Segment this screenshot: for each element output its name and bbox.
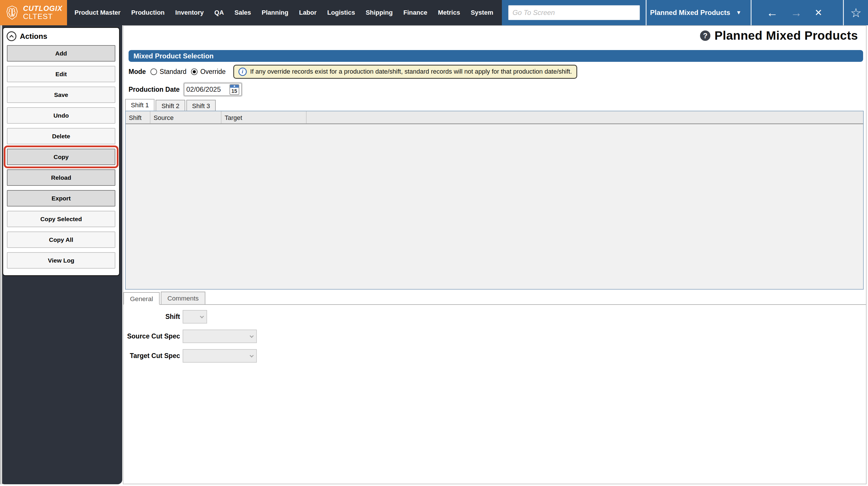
detail-form: Shift Source Cut Spec Target Cut Spec <box>123 310 257 369</box>
production-date-label: Production Date <box>129 86 180 93</box>
add-button[interactable]: Add <box>7 45 115 62</box>
screen-selector-label: Planned Mixed Products <box>650 9 730 17</box>
nav-item-qa[interactable]: QA <box>214 9 224 17</box>
tab-general[interactable]: General <box>123 292 160 305</box>
save-button[interactable]: Save <box>7 87 115 103</box>
column-header-filler <box>307 111 863 123</box>
view-log-button[interactable]: View Log <box>7 252 115 269</box>
actions-button-list: AddEditSaveUndoDeleteCopyReloadExportCop… <box>3 45 119 269</box>
mixed-product-grid: ShiftSourceTarget <box>125 111 864 290</box>
mode-radio-override[interactable]: Override <box>191 68 225 75</box>
tab-shift-2[interactable]: Shift 2 <box>156 100 185 111</box>
radio-icon <box>150 68 157 75</box>
nav-item-shipping[interactable]: Shipping <box>366 9 393 17</box>
detail-tab-bar: GeneralComments <box>123 292 866 305</box>
override-info-text: If any override records exist for a prod… <box>250 68 572 75</box>
nav-item-metrics[interactable]: Metrics <box>438 9 460 17</box>
nav-item-system[interactable]: System <box>471 9 493 17</box>
nav-item-production[interactable]: Production <box>131 9 164 17</box>
brand-logo: CUTLOGIX CLTEST <box>0 0 67 25</box>
column-header-target[interactable]: Target <box>221 111 307 123</box>
back-arrow-icon[interactable]: ← <box>767 6 778 19</box>
source-cut-spec-dropdown[interactable] <box>183 330 257 343</box>
shift-field-label: Shift <box>123 313 180 321</box>
shift-tab-bar: Shift 1Shift 2Shift 3 <box>125 99 216 111</box>
calendar-day: 15 <box>230 88 239 94</box>
nav-item-inventory[interactable]: Inventory <box>175 9 204 17</box>
production-date-row: Production Date 02/06/2025 15 <box>129 83 242 96</box>
shift-field-row: Shift <box>123 310 257 324</box>
grid-body[interactable] <box>126 124 863 289</box>
nav-item-sales[interactable]: Sales <box>235 9 251 17</box>
nav-item-labor[interactable]: Labor <box>299 9 317 17</box>
reload-button[interactable]: Reload <box>7 170 115 186</box>
top-bar: CUTLOGIX CLTEST Product MasterProduction… <box>0 0 868 25</box>
mode-label: Mode <box>129 68 146 75</box>
copy-selected-button[interactable]: Copy Selected <box>7 211 115 227</box>
copy-button[interactable]: Copy <box>7 149 115 165</box>
chevron-down-icon <box>250 334 254 338</box>
source-cut-spec-row: Source Cut Spec <box>123 330 257 343</box>
section-header: Mixed Product Selection <box>129 50 863 62</box>
main-content: ? Planned Mixed Products Mixed Product S… <box>123 25 867 484</box>
brand-name: CUTLOGIX <box>23 5 62 12</box>
source-cut-spec-label: Source Cut Spec <box>123 332 180 340</box>
override-info-box: i If any override records exist for a pr… <box>233 65 577 79</box>
actions-panel-header: Actions <box>3 28 119 45</box>
radio-icon <box>191 68 197 75</box>
sidebar: Actions AddEditSaveUndoDeleteCopyReloadE… <box>0 25 122 484</box>
chevron-down-icon <box>200 314 204 318</box>
favorite-star-icon[interactable]: ☆ <box>850 5 861 20</box>
cutlogix-brain-icon <box>5 5 20 20</box>
page-title: Planned Mixed Products <box>714 29 858 42</box>
target-cut-spec-dropdown[interactable] <box>183 349 257 363</box>
radio-label: Override <box>200 68 225 75</box>
mode-radio-standard[interactable]: Standard <box>150 68 186 75</box>
top-bar-right: Planned Mixed Products ▼ ← → ✕ ☆ <box>502 0 868 25</box>
help-icon[interactable]: ? <box>700 30 710 41</box>
go-to-screen-input[interactable] <box>508 5 640 20</box>
edit-button[interactable]: Edit <box>7 66 115 82</box>
brand-environment: CLTEST <box>23 13 62 21</box>
target-cut-spec-row: Target Cut Spec <box>123 349 257 363</box>
copy-all-button[interactable]: Copy All <box>7 232 115 248</box>
collapse-chevron-icon[interactable] <box>7 31 17 41</box>
sidebar-resize-strip[interactable] <box>0 25 2 484</box>
actions-panel-title: Actions <box>20 32 47 41</box>
mode-row: Mode Standard Override i If any override… <box>129 64 577 79</box>
column-header-shift[interactable]: Shift <box>126 111 150 123</box>
nav-item-finance[interactable]: Finance <box>403 9 427 17</box>
favorite-zone: ☆ <box>844 5 868 20</box>
target-cut-spec-label: Target Cut Spec <box>123 352 180 360</box>
tab-shift-1[interactable]: Shift 1 <box>125 99 154 111</box>
nav-item-product-master[interactable]: Product Master <box>74 9 121 17</box>
radio-label: Standard <box>160 68 186 75</box>
production-date-field[interactable]: 02/06/2025 15 <box>184 83 242 96</box>
nav-item-planning[interactable]: Planning <box>262 9 288 17</box>
close-icon[interactable]: ✕ <box>814 7 822 18</box>
history-nav: ← → ✕ <box>751 6 837 19</box>
delete-button[interactable]: Delete <box>7 128 115 144</box>
info-icon: i <box>239 68 247 76</box>
screen-selector-dropdown[interactable]: Planned Mixed Products ▼ <box>647 9 745 17</box>
chevron-down-icon <box>250 353 254 357</box>
shift-dropdown[interactable] <box>183 310 207 324</box>
tab-shift-3[interactable]: Shift 3 <box>186 100 216 111</box>
forward-arrow-icon[interactable]: → <box>790 6 802 19</box>
nav-menu: Product MasterProductionInventoryQASales… <box>67 0 502 25</box>
calendar-icon[interactable]: 15 <box>229 84 239 95</box>
nav-item-logistics[interactable]: Logistics <box>327 9 355 17</box>
export-button[interactable]: Export <box>7 190 115 207</box>
page-title-row: ? Planned Mixed Products <box>700 29 858 42</box>
column-header-source[interactable]: Source <box>150 111 221 123</box>
chevron-down-icon: ▼ <box>736 9 741 16</box>
actions-panel: Actions AddEditSaveUndoDeleteCopyReloadE… <box>2 27 120 276</box>
tab-comments[interactable]: Comments <box>161 292 205 304</box>
undo-button[interactable]: Undo <box>7 107 115 124</box>
grid-header-row: ShiftSourceTarget <box>126 111 863 124</box>
production-date-value: 02/06/2025 <box>186 85 221 93</box>
